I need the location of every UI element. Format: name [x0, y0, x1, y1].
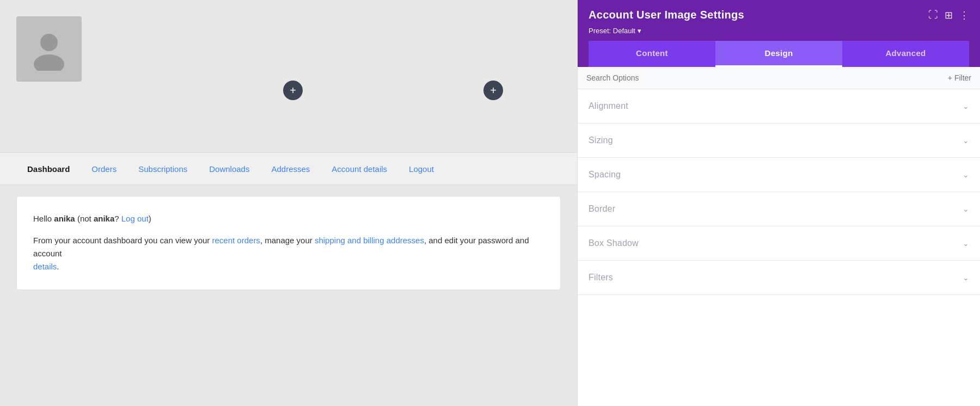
filter-button[interactable]: + Filter: [948, 73, 971, 82]
preset-row: Preset: Default ▾: [589, 26, 969, 35]
avatar-section: + +: [0, 0, 577, 152]
sizing-section: Sizing ⌄: [578, 124, 980, 158]
panel-title-row: Account User Image Settings ⛶ ⊞ ⋮: [589, 9, 969, 21]
border-section-header[interactable]: Border ⌄: [578, 192, 980, 226]
navigation-bar: Dashboard Orders Subscriptions Downloads…: [0, 152, 577, 185]
details-link[interactable]: details: [33, 262, 57, 271]
box-shadow-section-header[interactable]: Box Shadow ⌄: [578, 226, 980, 260]
border-chevron-icon: ⌄: [963, 205, 969, 213]
sizing-label: Sizing: [589, 136, 613, 145]
main-content: + + Dashboard Orders Subscriptions Downl…: [0, 0, 577, 406]
tab-advanced[interactable]: Advanced: [842, 41, 969, 67]
alignment-section-header[interactable]: Alignment ⌄: [578, 89, 980, 123]
panel-title-icons: ⛶ ⊞ ⋮: [928, 9, 969, 21]
filters-chevron-icon: ⌄: [963, 273, 969, 282]
layout-icon[interactable]: ⊞: [945, 9, 953, 21]
fullscreen-icon[interactable]: ⛶: [928, 9, 938, 21]
spacing-section: Spacing ⌄: [578, 158, 980, 192]
alignment-chevron-icon: ⌄: [963, 102, 969, 110]
svg-point-1: [34, 54, 64, 71]
box-shadow-section: Box Shadow ⌄: [578, 226, 980, 261]
tab-design[interactable]: Design: [715, 41, 842, 67]
search-input[interactable]: [586, 73, 948, 82]
nav-item-downloads[interactable]: Downloads: [198, 155, 260, 183]
panel-title: Account User Image Settings: [589, 9, 744, 21]
add-section-button-2[interactable]: +: [483, 81, 503, 100]
alignment-section: Alignment ⌄: [578, 89, 980, 124]
box-shadow-label: Box Shadow: [589, 238, 639, 248]
nav-item-dashboard[interactable]: Dashboard: [16, 155, 81, 183]
nav-item-subscriptions[interactable]: Subscriptions: [127, 155, 198, 183]
dashboard-content: Hello anika (not anika? Log out) From yo…: [16, 196, 561, 290]
logout-link[interactable]: Log out: [121, 214, 149, 223]
tab-content[interactable]: Content: [589, 41, 715, 67]
border-label: Border: [589, 204, 615, 214]
settings-sections: Alignment ⌄ Sizing ⌄ Spacing ⌄ Border ⌄: [578, 89, 980, 406]
panel-tabs: Content Design Advanced: [589, 41, 969, 67]
nav-item-addresses[interactable]: Addresses: [260, 155, 321, 183]
border-section: Border ⌄: [578, 192, 980, 226]
box-shadow-chevron-icon: ⌄: [963, 239, 969, 248]
nav-item-logout[interactable]: Logout: [398, 155, 445, 183]
nav-item-account-details[interactable]: Account details: [321, 155, 398, 183]
filters-label: Filters: [589, 273, 613, 282]
more-menu-icon[interactable]: ⋮: [959, 9, 969, 21]
settings-panel: Account User Image Settings ⛶ ⊞ ⋮ Preset…: [577, 0, 980, 406]
panel-header: Account User Image Settings ⛶ ⊞ ⋮ Preset…: [578, 0, 980, 67]
sizing-chevron-icon: ⌄: [963, 136, 969, 145]
filters-section: Filters ⌄: [578, 261, 980, 295]
nav-item-orders[interactable]: Orders: [81, 155, 127, 183]
alignment-label: Alignment: [589, 101, 628, 111]
person-icon: [27, 27, 71, 71]
hello-text: Hello anika (not anika? Log out): [33, 213, 544, 225]
sizing-section-header[interactable]: Sizing ⌄: [578, 124, 980, 157]
preset-label[interactable]: Preset: Default ▾: [589, 27, 641, 35]
search-bar: + Filter: [578, 67, 980, 89]
spacing-chevron-icon: ⌄: [963, 170, 969, 179]
spacing-section-header[interactable]: Spacing ⌄: [578, 158, 980, 192]
shipping-link[interactable]: shipping and billing addresses: [315, 236, 424, 245]
filters-section-header[interactable]: Filters ⌄: [578, 261, 980, 294]
avatar: [16, 16, 82, 82]
spacing-label: Spacing: [589, 170, 621, 180]
description-text: From your account dashboard you can view…: [33, 234, 544, 273]
username-bold: anika: [54, 214, 75, 223]
svg-point-0: [40, 34, 58, 51]
recent-orders-link[interactable]: recent orders: [212, 236, 260, 245]
username-bold-2: anika: [94, 214, 114, 223]
add-section-button-1[interactable]: +: [283, 81, 303, 100]
